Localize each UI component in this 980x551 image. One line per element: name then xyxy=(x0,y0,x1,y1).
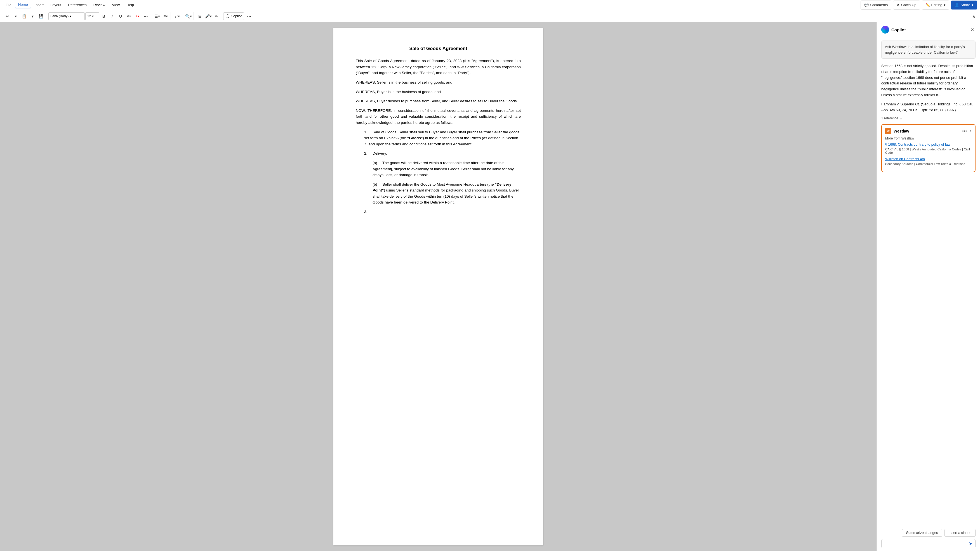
copilot-input[interactable] xyxy=(885,541,967,546)
numbered-item-1: 1. Sale of Goods. Seller shall sell to B… xyxy=(364,129,521,147)
menu-help[interactable]: Help xyxy=(124,2,137,8)
document-area: Sale of Goods Agreement This Sale of Goo… xyxy=(0,22,877,551)
undo-dropdown[interactable]: ▾ xyxy=(12,12,19,20)
clipboard-dropdown[interactable]: ▾ xyxy=(29,12,37,20)
font-group: Sitka (Body) ▾ 12 ▾ B I U A▾ A▾ ••• xyxy=(47,12,151,20)
font-size-dropdown-icon: ▾ xyxy=(92,14,94,18)
westlaw-link-1[interactable]: § 1668. Contracts contrary to policy of … xyxy=(885,143,972,146)
comments-button[interactable]: 💬 Comments xyxy=(861,0,891,10)
insert-clause-button[interactable]: Insert a clause xyxy=(945,529,975,537)
westlaw-link-2-desc: Secondary Sources | Commercial Law Texts… xyxy=(885,162,972,165)
share-label: Share xyxy=(961,3,970,7)
indent-group: ⇄▾ xyxy=(172,12,182,20)
italic-button[interactable]: I xyxy=(108,12,116,20)
goods-bold: "Goods" xyxy=(407,136,423,140)
summarize-changes-button[interactable]: Summarize changes xyxy=(902,529,942,537)
copilot-title: Copilot xyxy=(891,27,967,32)
chevron-down-icon-share: ▾ xyxy=(972,3,974,7)
list-group: ☰▾ ≡▾ xyxy=(152,12,171,20)
highlight-button[interactable]: A▾ xyxy=(125,12,133,20)
menu-layout[interactable]: Layout xyxy=(48,2,64,8)
menu-file[interactable]: File xyxy=(3,2,14,8)
westlaw-card: W Westlaw ••• ∧ More from Westlaw § 1668… xyxy=(881,124,975,172)
westlaw-collapse-button[interactable]: ∧ xyxy=(969,129,972,133)
search-group: 🔍▾ xyxy=(183,12,194,20)
more-formats-button[interactable]: ••• xyxy=(142,12,150,20)
view-button[interactable]: ⊞ xyxy=(196,12,204,20)
view-group: ⊞ 🎤▾ ✏ xyxy=(195,12,222,20)
menu-references[interactable]: References xyxy=(65,2,89,8)
document-title: Sale of Goods Agreement xyxy=(356,45,521,52)
more-options-button[interactable]: ••• xyxy=(245,12,253,20)
font-name-value: Sitka (Body) xyxy=(50,14,68,18)
bullet-list-button[interactable]: ☰▾ xyxy=(153,12,161,20)
reference-chevron-icon: ∧ xyxy=(900,117,902,120)
reference-count-label: 1 reference xyxy=(881,116,898,120)
westlaw-more-button[interactable]: ••• xyxy=(962,129,967,133)
catchup-label: Catch Up xyxy=(901,3,916,7)
westlaw-logo: W xyxy=(885,128,891,134)
numbered-list-button[interactable]: ≡▾ xyxy=(162,12,170,20)
toolbar: ↩ ▾ 📋 ▾ 💾 Sitka (Body) ▾ 12 ▾ B I U A▾ A… xyxy=(0,10,980,22)
sub-item-b-text-before: Seller shall deliver the Goods to Most A… xyxy=(382,182,495,186)
save-button[interactable]: 💾 xyxy=(37,12,45,20)
catchup-icon: ↺ xyxy=(897,3,900,7)
paragraph-5: NOW, THEREFORE, in consideration of the … xyxy=(356,108,521,126)
paragraph-3: WHEREAS, Buyer is in the business of goo… xyxy=(356,89,521,95)
menu-review[interactable]: Review xyxy=(91,2,108,8)
clipboard-button[interactable]: 📋 xyxy=(20,12,28,20)
copilot-panel: Copilot ✕ Ask Westlaw: Is a limitation o… xyxy=(877,22,980,551)
copilot-query: Ask Westlaw: Is a limitation of liabilit… xyxy=(881,41,975,59)
copilot-close-button[interactable]: ✕ xyxy=(969,26,975,33)
font-size-value: 12 xyxy=(87,14,91,18)
font-size-selector[interactable]: 12 ▾ xyxy=(85,12,99,20)
menu-insert[interactable]: Insert xyxy=(32,2,47,8)
westlaw-name: Westlaw xyxy=(894,129,960,133)
numbered-item-2: 2. Delivery. xyxy=(364,151,521,157)
bold-button[interactable]: B xyxy=(100,12,108,20)
main-layout: Sale of Goods Agreement This Sale of Goo… xyxy=(0,22,980,551)
underline-button[interactable]: U xyxy=(117,12,124,20)
sub-item-a-letter: (a) xyxy=(372,161,377,165)
copilot-input-row: ➤ xyxy=(881,539,975,548)
font-color-button[interactable]: A▾ xyxy=(134,12,141,20)
paragraph-4: WHEREAS, Buyer desires to purchase from … xyxy=(356,98,521,104)
copilot-toolbar-label: Copilot xyxy=(231,14,242,18)
copilot-icon: ⬡ xyxy=(226,13,230,19)
editing-button[interactable]: ✏️ Editing ▾ xyxy=(922,0,950,10)
menu-bar: File Home Insert Layout References Revie… xyxy=(0,0,980,10)
copilot-action-buttons: Summarize changes Insert a clause xyxy=(881,529,975,537)
mic-button[interactable]: 🎤▾ xyxy=(204,12,212,20)
numbered-item-3-number: 3. xyxy=(364,210,367,214)
sub-item-b-text-after: ) using Seller's standard methods for pa… xyxy=(372,188,519,204)
font-name-selector[interactable]: Sitka (Body) ▾ xyxy=(48,12,85,20)
collapse-ribbon-button[interactable]: ∧ xyxy=(970,12,978,20)
copilot-logo xyxy=(881,26,889,33)
draw-button[interactable]: ✏ xyxy=(213,12,221,20)
chevron-down-icon: ▾ xyxy=(943,3,946,7)
numbered-item-2-text: Delivery. xyxy=(372,151,387,156)
menu-home[interactable]: Home xyxy=(15,2,31,8)
share-button[interactable]: 👤 Share ▾ xyxy=(951,0,977,10)
rtl-button[interactable]: ⇄▾ xyxy=(173,12,181,20)
copilot-content: Ask Westlaw: Is a limitation of liabilit… xyxy=(877,37,980,526)
undo-button[interactable]: ↩ xyxy=(3,12,11,20)
copilot-toolbar-button[interactable]: ⬡ Copilot xyxy=(223,12,244,20)
document-page: Sale of Goods Agreement This Sale of Goo… xyxy=(333,28,543,545)
comments-label: Comments xyxy=(870,3,888,7)
font-dropdown-icon: ▾ xyxy=(70,14,71,18)
search-button[interactable]: 🔍▾ xyxy=(185,12,192,20)
westlaw-header: W Westlaw ••• ∧ xyxy=(885,128,972,134)
copilot-citation: Farnham v. Superior Ct. (Sequoia Holding… xyxy=(881,102,975,113)
comment-icon: 💬 xyxy=(864,3,869,7)
sub-item-b-letter: (b) xyxy=(372,182,377,186)
numbered-item-2-number: 2. xyxy=(364,151,367,156)
menu-view[interactable]: View xyxy=(109,2,123,8)
copilot-reference-count[interactable]: 1 reference ∧ xyxy=(881,116,975,120)
catchup-button[interactable]: ↺ Catch Up xyxy=(893,0,920,10)
send-button[interactable]: ➤ xyxy=(969,541,972,546)
copilot-footer: Summarize changes Insert a clause ➤ xyxy=(877,526,980,551)
westlaw-subtitle: More from Westlaw xyxy=(885,137,972,140)
westlaw-link-2[interactable]: Williston on Contracts 4th xyxy=(885,157,972,161)
top-right-buttons: 💬 Comments ↺ Catch Up ✏️ Editing ▾ 👤 Sha… xyxy=(861,0,977,10)
